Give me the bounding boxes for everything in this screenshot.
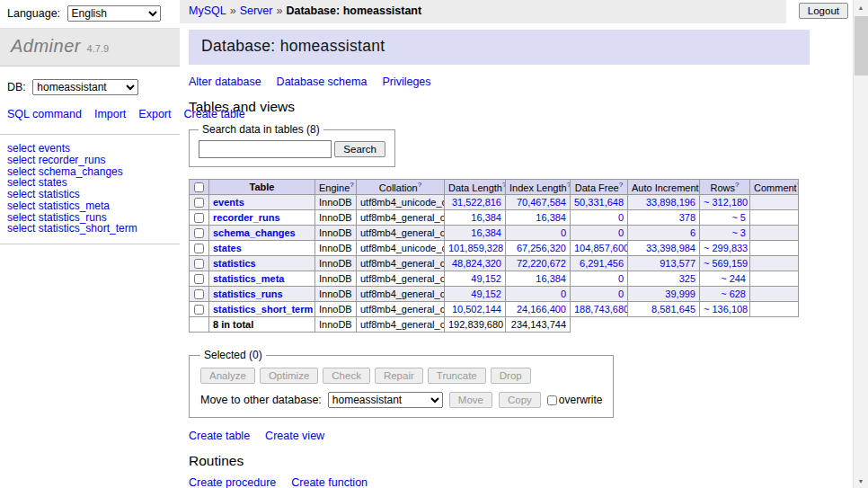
recorder_runs-data-free-link[interactable]: 0: [618, 212, 624, 223]
recorder_runs-index-length-link[interactable]: 16,384: [536, 212, 566, 223]
routine-link-create-function[interactable]: Create function: [291, 476, 368, 488]
statistics_short_term-data-free-link[interactable]: 188,743,680: [574, 304, 628, 315]
schema_changes-index-length-link[interactable]: 0: [561, 227, 566, 238]
events-data-free-link[interactable]: 50,331,648: [574, 197, 624, 208]
help-link-index-length[interactable]: ?: [567, 181, 571, 189]
statistics_meta-data-free-link[interactable]: 0: [618, 273, 624, 284]
statistics_runs-rows-link[interactable]: ~ 628: [721, 288, 746, 299]
help-link-data-length[interactable]: ?: [502, 181, 506, 189]
row-checkbox-statistics[interactable]: [194, 259, 204, 269]
states-index-length-link[interactable]: 67,256,320: [517, 243, 566, 253]
truncate-button[interactable]: Truncate: [428, 368, 486, 384]
statistics_meta-index-length-link[interactable]: 16,384: [536, 273, 566, 284]
statistics_short_term-data-length-link[interactable]: 10,502,144: [452, 304, 501, 315]
table-link-statistics_short_term[interactable]: statistics_short_term: [213, 304, 313, 315]
table-link-statistics_meta[interactable]: statistics_meta: [213, 273, 285, 284]
move-button[interactable]: Move: [449, 392, 492, 408]
search-input[interactable]: [199, 140, 332, 158]
recorder_runs-auto-increment-link[interactable]: 378: [679, 212, 695, 223]
table-link-statistics_runs[interactable]: statistics_runs: [213, 288, 283, 299]
sidebar-table-select-statistics_short_term[interactable]: select statistics_short_term: [7, 223, 173, 235]
breadcrumb-mysql-link[interactable]: MySQL: [189, 4, 226, 17]
events-data-length-link[interactable]: 31,522,816: [452, 197, 501, 208]
language-select[interactable]: English: [67, 5, 161, 22]
recorder_runs-rows-link[interactable]: ~ 5: [731, 212, 746, 223]
help-link-engine[interactable]: ?: [350, 181, 353, 189]
repair-button[interactable]: Repair: [375, 368, 423, 384]
statistics-data-free-link[interactable]: 6,291,456: [580, 258, 624, 269]
events-auto-increment-link[interactable]: 33,898,196: [646, 197, 695, 208]
statistics-auto-increment-link[interactable]: 913,577: [660, 258, 695, 269]
row-checkbox-recorder_runs[interactable]: [194, 213, 204, 223]
statistics_short_term-auto-increment-link[interactable]: 8,581,645: [651, 304, 695, 315]
statistics_runs-data-free-link[interactable]: 0: [618, 288, 624, 299]
statistics_meta-rows-link[interactable]: ~ 244: [721, 273, 746, 284]
optimize-button[interactable]: Optimize: [260, 368, 318, 384]
sidebar-link-export[interactable]: Export: [138, 108, 171, 120]
table-link-recorder_runs[interactable]: recorder_runs: [213, 212, 280, 223]
help-link-data-free[interactable]: ?: [619, 181, 623, 189]
sidebar-link-sql-command[interactable]: SQL command: [7, 108, 82, 120]
statistics_runs-data-length-link[interactable]: 49,152: [471, 288, 501, 299]
schema_changes-auto-increment-link[interactable]: 6: [690, 227, 695, 238]
statistics_runs-auto-increment-link[interactable]: 39,999: [665, 288, 695, 299]
row-checkbox-statistics_runs[interactable]: [194, 289, 204, 299]
action-link-alter-database[interactable]: Alter database: [189, 75, 261, 88]
statistics_runs-index-length-link[interactable]: 0: [561, 288, 566, 299]
copy-button[interactable]: Copy: [499, 392, 541, 408]
schema_changes-rows-link[interactable]: ~ 3: [731, 227, 746, 238]
sidebar-table-select-statistics_meta[interactable]: select statistics_meta: [7, 200, 173, 212]
logout-button[interactable]: Logout: [799, 3, 848, 19]
states-data-length-link[interactable]: 101,859,328: [448, 243, 503, 253]
check-button[interactable]: Check: [323, 368, 370, 384]
statistics_short_term-index-length-link[interactable]: 24,166,400: [517, 304, 566, 315]
events-rows-link[interactable]: ~ 312,180: [704, 197, 748, 208]
scroll-up-icon[interactable]: ▲: [854, 0, 868, 14]
sidebar-table-select-recorder_runs[interactable]: select recorder_runs: [7, 155, 173, 166]
row-checkbox-statistics_meta[interactable]: [194, 274, 204, 284]
routine-link-create-procedure[interactable]: Create procedure: [189, 476, 276, 488]
create-link-create-table[interactable]: Create table: [189, 430, 250, 442]
help-link-comment[interactable]: ?: [797, 181, 799, 189]
action-link-privileges[interactable]: Privileges: [382, 75, 430, 88]
scroll-down-icon[interactable]: ▼: [854, 474, 868, 488]
statistics-data-length-link[interactable]: 48,824,320: [452, 258, 501, 269]
row-checkbox-states[interactable]: [194, 244, 204, 253]
table-link-states[interactable]: states: [213, 243, 242, 253]
statistics-index-length-link[interactable]: 72,220,672: [517, 258, 566, 269]
analyze-button[interactable]: Analyze: [200, 368, 255, 384]
row-checkbox-schema_changes[interactable]: [194, 228, 204, 238]
schema_changes-data-length-link[interactable]: 16,384: [471, 227, 501, 238]
row-checkbox-events[interactable]: [194, 198, 204, 208]
help-link-rows[interactable]: ?: [735, 181, 739, 189]
recorder_runs-data-length-link[interactable]: 16,384: [471, 212, 501, 223]
search-button[interactable]: Search: [334, 141, 385, 157]
table-link-schema_changes[interactable]: schema_changes: [213, 227, 296, 238]
db-select[interactable]: homeassistant: [32, 79, 138, 95]
help-link-collation[interactable]: ?: [418, 181, 421, 189]
create-link-create-view[interactable]: Create view: [265, 430, 324, 442]
move-db-select[interactable]: homeassistant: [328, 392, 443, 408]
events-index-length-link[interactable]: 70,467,584: [517, 197, 566, 208]
drop-button[interactable]: Drop: [491, 368, 531, 384]
statistics_meta-data-length-link[interactable]: 49,152: [471, 273, 501, 284]
statistics-rows-link[interactable]: ~ 569,159: [704, 258, 748, 269]
overwrite-checkbox[interactable]: [547, 395, 557, 405]
states-data-free-link[interactable]: 104,857,600: [574, 243, 628, 253]
table-link-events[interactable]: events: [213, 197, 244, 208]
schema_changes-data-free-link[interactable]: 0: [618, 227, 624, 238]
adminer-logo-link[interactable]: Adminer: [11, 36, 81, 56]
statistics_short_term-rows-link[interactable]: ~ 136,108: [704, 304, 748, 315]
select-all-checkbox[interactable]: [194, 182, 204, 192]
breadcrumb-server-link[interactable]: Server: [240, 4, 273, 17]
vertical-scrollbar[interactable]: ▲ ▼: [853, 0, 868, 488]
states-rows-link[interactable]: ~ 299,833: [704, 243, 748, 253]
statistics_meta-auto-increment-link[interactable]: 325: [679, 273, 695, 284]
sidebar-table-select-statistics[interactable]: select statistics: [7, 189, 173, 200]
table-link-statistics[interactable]: statistics: [213, 258, 256, 269]
sidebar-link-import[interactable]: Import: [94, 108, 126, 120]
scrollbar-thumb[interactable]: [855, 16, 868, 75]
row-checkbox-statistics_short_term[interactable]: [194, 305, 204, 315]
action-link-database-schema[interactable]: Database schema: [277, 75, 368, 88]
states-auto-increment-link[interactable]: 33,398,984: [646, 243, 695, 253]
